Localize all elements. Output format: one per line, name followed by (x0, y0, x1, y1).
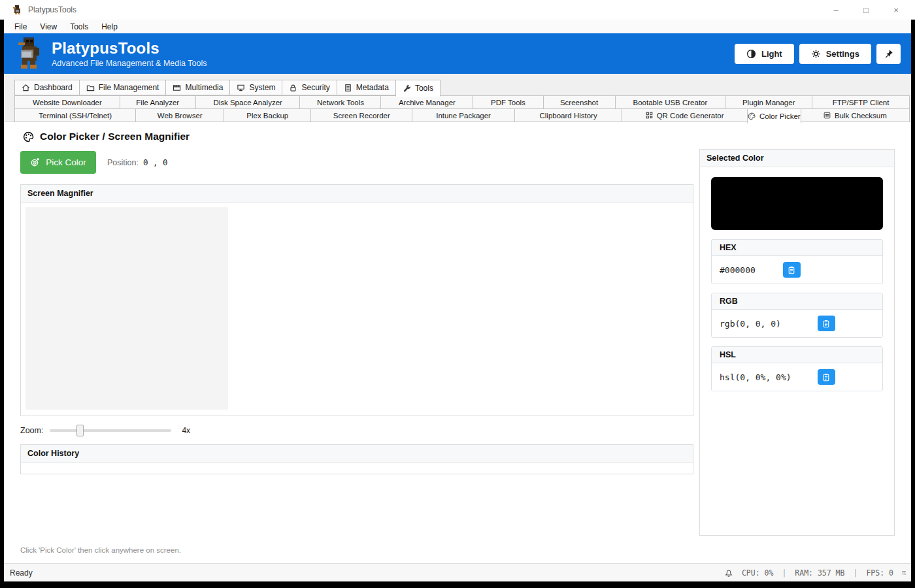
screen-magnifier-title: Screen Magnifier (21, 185, 693, 203)
subtab-archive-manager[interactable]: Archive Manager (380, 95, 473, 109)
film-icon (173, 84, 181, 92)
pin-icon (884, 49, 893, 59)
sub-tab-row-1: Website Downloader File Analyzer Disk Sp… (14, 95, 910, 109)
usage-hint: Click 'Pick Color' then click anywhere o… (20, 546, 693, 554)
theme-toggle-button[interactable]: Light (735, 44, 794, 64)
rgb-card: RGB rgb(0, 0, 0) (711, 293, 883, 338)
app-header: PlatypusTools Advanced File Management &… (4, 33, 911, 74)
copy-hex-button[interactable] (783, 262, 801, 278)
subtab-plugin-manager[interactable]: Plugin Manager (725, 95, 812, 109)
zoom-value: 4x (182, 426, 190, 435)
contrast-icon (746, 49, 756, 59)
palette-icon (23, 131, 34, 142)
selected-color-panel: Selected Color HEX #000000 RGB rgb(0, 0,… (699, 149, 895, 536)
menu-view[interactable]: View (33, 21, 63, 33)
color-history-panel: Color History (20, 444, 693, 474)
rgb-value: rgb(0, 0, 0) (720, 319, 781, 329)
zoom-label: Zoom: (20, 426, 43, 435)
pick-color-button[interactable]: Pick Color (20, 151, 96, 174)
subtab-file-analyzer[interactable]: File Analyzer (120, 95, 196, 109)
platypus-logo (14, 37, 42, 70)
subtab-web-browser[interactable]: Web Browser (135, 108, 224, 122)
palette-icon (748, 112, 756, 120)
page-title: Color Picker / Screen Magnifier (23, 131, 693, 142)
menu-help[interactable]: Help (95, 21, 124, 33)
tab-tools[interactable]: Tools (395, 80, 441, 97)
hsl-label: HSL (712, 347, 882, 363)
status-ram: RAM: 357 MB (795, 568, 844, 578)
tab-metadata[interactable]: Metadata (337, 80, 396, 95)
color-history-title: Color History (21, 445, 693, 463)
magnifier-canvas[interactable] (25, 207, 228, 410)
checksum-icon (824, 112, 831, 119)
subtab-plex-backup[interactable]: Plex Backup (224, 108, 312, 122)
subtab-pdf-tools[interactable]: PDF Tools (473, 95, 543, 109)
tab-file-management[interactable]: File Management (79, 80, 167, 95)
screen-magnifier-panel: Screen Magnifier (20, 184, 693, 416)
status-fps: FPS: 0 (866, 568, 893, 578)
hex-card: HEX #000000 (711, 239, 883, 284)
bell-icon[interactable] (724, 568, 733, 578)
app-title: PlatypusTools (52, 40, 207, 57)
maximize-button[interactable]: □ (851, 0, 881, 20)
tab-strip: Dashboard File Management Multimedia Sys… (4, 74, 911, 122)
clipboard-icon (788, 266, 795, 274)
clipboard-icon (822, 319, 830, 328)
minimize-button[interactable]: – (821, 0, 851, 20)
menu-bar: File View Tools Help (4, 20, 911, 33)
qr-code-icon (646, 112, 653, 119)
home-icon (22, 84, 30, 92)
status-cpu: CPU: 0% (742, 568, 773, 578)
lock-icon (289, 84, 297, 92)
settings-button[interactable]: Settings (799, 44, 871, 64)
tab-security[interactable]: Security (282, 80, 337, 95)
copy-rgb-button[interactable] (818, 316, 835, 331)
subtab-screenshot[interactable]: Screenshot (543, 95, 616, 109)
monitor-icon (237, 84, 245, 92)
status-bar: Ready CPU: 0% | RAM: 357 MB | FPS: 0 π (4, 563, 911, 581)
main-tab-row: Dashboard File Management Multimedia Sys… (14, 80, 910, 95)
subtab-network-tools[interactable]: Network Tools (299, 95, 381, 109)
status-ready: Ready (10, 568, 33, 578)
subtab-terminal[interactable]: Terminal (SSH/Telnet) (14, 108, 136, 122)
zoom-slider-thumb[interactable] (76, 425, 84, 436)
clipboard-icon (822, 373, 830, 382)
subtab-clipboard-history[interactable]: Clipboard History (514, 108, 622, 122)
rgb-label: RGB (712, 293, 882, 310)
selected-color-title: Selected Color (700, 150, 894, 167)
zoom-slider[interactable] (50, 425, 171, 436)
subtab-ftp-sftp-client[interactable]: FTP/SFTP Client (812, 95, 910, 109)
subtab-bulk-checksum[interactable]: Bulk Checksum (801, 108, 910, 122)
subtab-screen-recorder[interactable]: Screen Recorder (310, 108, 412, 122)
subtab-color-picker[interactable]: Color Picker (747, 108, 801, 123)
app-subtitle: Advanced File Management & Media Tools (52, 59, 207, 68)
hex-label: HEX (712, 240, 882, 256)
subtab-intune-packager[interactable]: Intune Packager (412, 108, 515, 122)
menu-tools[interactable]: Tools (63, 21, 95, 33)
pin-window-button[interactable] (876, 44, 901, 64)
subtab-bootable-usb-creator[interactable]: Bootable USB Creator (615, 95, 726, 109)
zoom-slider-track[interactable] (50, 429, 171, 432)
zoom-control: Zoom: 4x (20, 425, 693, 436)
color-picker-page: Color Picker / Screen Magnifier Pick Col… (4, 122, 911, 563)
hex-value: #000000 (720, 265, 756, 275)
tab-multimedia[interactable]: Multimedia (165, 80, 230, 95)
copy-hsl-button[interactable] (818, 369, 835, 385)
tab-system[interactable]: System (229, 80, 282, 95)
folder-icon (86, 84, 95, 92)
gear-icon (811, 49, 821, 59)
document-icon (344, 84, 352, 92)
menu-file[interactable]: File (8, 21, 33, 33)
subtab-qr-code-generator[interactable]: QR Code Generator (622, 108, 748, 122)
subtab-website-downloader[interactable]: Website Downloader (14, 95, 120, 109)
window-title: PlatypusTools (28, 5, 76, 14)
app-platypus-icon (12, 5, 22, 15)
target-icon (30, 157, 40, 167)
selected-color-swatch (711, 177, 883, 230)
tab-dashboard[interactable]: Dashboard (14, 80, 80, 95)
app-window: File View Tools Help PlatypusTools Advan… (4, 20, 911, 581)
subtab-disk-space-analyzer[interactable]: Disk Space Analyzer (195, 95, 301, 109)
pi-glyph: π (902, 569, 906, 576)
position-value: 0 , 0 (143, 157, 168, 167)
close-button[interactable]: × (881, 0, 911, 20)
